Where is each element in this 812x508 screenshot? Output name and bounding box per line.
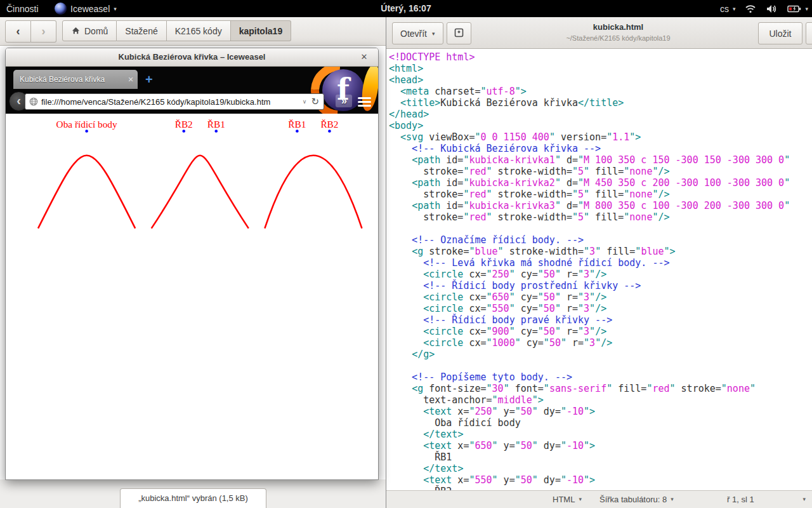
- bezier-svg: Oba řídicí bodyŘB2ŘB1ŘB1ŘB2: [6, 115, 378, 244]
- code-line[interactable]: text-anchor="middle">: [389, 394, 812, 406]
- breadcrumb-label: kapitola19: [239, 26, 282, 36]
- control-point: [182, 130, 185, 133]
- code-line[interactable]: <circle cx="250" cy="50" r="3"/>: [389, 269, 812, 280]
- code-line[interactable]: <head>: [389, 74, 812, 86]
- code-line[interactable]: <!-- Řídicí body pravé křivky -->: [389, 314, 812, 326]
- chevron-down-icon: ▾: [114, 6, 117, 12]
- forward-button[interactable]: ›: [31, 20, 56, 43]
- bezier-curve-3: [265, 156, 362, 229]
- code-line[interactable]: </g>: [389, 349, 812, 360]
- code-line[interactable]: ŘB2: [389, 486, 812, 490]
- code-line[interactable]: <!DOCTYPE html>: [389, 51, 812, 63]
- battery-icon: [787, 4, 801, 13]
- code-area[interactable]: <!DOCTYPE html><html><head> <meta charse…: [386, 49, 812, 490]
- language-label: HTML: [553, 491, 575, 508]
- code-line[interactable]: <!-- Levá křivka má shodné řídicí body. …: [389, 257, 812, 269]
- bookmarks-overflow-icon[interactable]: »: [336, 95, 352, 107]
- control-point-label: ŘB2: [175, 119, 193, 130]
- code-line[interactable]: <text x="550" y="50" dy="-10">: [389, 474, 812, 486]
- browser-page: Oba řídicí bodyŘB2ŘB1ŘB1ŘB2: [6, 114, 378, 479]
- code-line[interactable]: <text x="250" y="50" dy="-10">: [389, 406, 812, 417]
- desktop: Činnosti Iceweasel ▾ Úterý, 16:07 cs ▾: [0, 0, 812, 508]
- url-text[interactable]: file:///home/venca/Stažené/K2165 kódy/ka…: [41, 97, 300, 107]
- browser-chrome: f Kubická Beziérova křivka ✕ + ‹: [6, 67, 378, 114]
- browser-window-title: Kubická Beziérova křivka – Iceweasel: [119, 52, 266, 62]
- url-dropdown-icon[interactable]: ∨: [303, 98, 307, 105]
- browser-title-bar[interactable]: Kubická Beziérova křivka – Iceweasel ✕: [6, 48, 378, 67]
- browser-tab[interactable]: Kubická Beziérova křivka ✕: [13, 70, 138, 89]
- code-line[interactable]: <svg viewBox="0 0 1150 400" version="1.1…: [389, 131, 812, 143]
- clock-button[interactable]: Úterý, 16:07: [381, 0, 431, 17]
- control-point-label: Oba řídicí body: [56, 119, 117, 130]
- chevron-down-icon: ▾: [671, 491, 674, 508]
- code-line[interactable]: <!-- Kubická Beziérova křivka -->: [389, 143, 812, 154]
- bezier-curve-2: [152, 156, 249, 229]
- breadcrumb-item[interactable]: Stažené: [117, 20, 166, 41]
- code-line[interactable]: <circle cx="900" cy="50" r="3"/>: [389, 326, 812, 337]
- new-tab-button[interactable]: +: [145, 72, 153, 87]
- code-line[interactable]: <circle cx="550" cy="50" r="3"/>: [389, 303, 812, 314]
- menu-button-partial[interactable]: [806, 22, 812, 44]
- breadcrumb-item[interactable]: K2165 kódy: [167, 20, 231, 41]
- keyboard-layout-label: cs: [720, 4, 729, 14]
- tab-width-selector[interactable]: Šířka tabulátoru: 8 ▾: [599, 491, 674, 508]
- code-line[interactable]: stroke="red" stroke-width="5" fill="none…: [389, 211, 812, 223]
- save-button[interactable]: Uložit: [758, 22, 802, 44]
- breadcrumb-label: K2165 kódy: [175, 26, 222, 36]
- menu-icon[interactable]: [358, 97, 371, 107]
- back-button[interactable]: ‹: [5, 20, 31, 43]
- chevron-down-icon: ▾: [432, 30, 435, 37]
- code-line[interactable]: <g stroke="blue" stroke-width="3" fill="…: [389, 246, 812, 257]
- text-editor-window: Otevřít ▾ kubicka.html ~/Stažené/K2165 k…: [386, 17, 812, 508]
- code-line[interactable]: stroke="red" stroke-width="5" fill="none…: [389, 166, 812, 177]
- activities-button[interactable]: Činnosti: [6, 0, 39, 17]
- keyboard-layout-button[interactable]: cs ▾: [720, 0, 736, 17]
- breadcrumb-label: Domů: [84, 26, 108, 36]
- control-point: [85, 130, 88, 133]
- code-line[interactable]: <meta charset="utf-8">: [389, 86, 812, 97]
- url-bar[interactable]: file:///home/venca/Stažené/K2165 kódy/ka…: [25, 93, 324, 110]
- new-document-icon: [454, 27, 464, 40]
- code-line[interactable]: <!-- Řídicí body prostřední křivky -->: [389, 280, 812, 291]
- control-point: [296, 130, 299, 133]
- breadcrumb-label: Stažené: [125, 26, 157, 36]
- open-button[interactable]: Otevřít ▾: [392, 22, 443, 44]
- code-line[interactable]: </text>: [389, 463, 812, 474]
- code-line[interactable]: <body>: [389, 120, 812, 131]
- new-document-button[interactable]: [447, 22, 471, 44]
- code-line[interactable]: <!-- Popíšeme tyto body. -->: [389, 371, 812, 383]
- code-line[interactable]: <title>Kubická Beziérova křivka</title>: [389, 97, 812, 109]
- code-line[interactable]: <path id="kubicka-krivka3" d="M 800 350 …: [389, 200, 812, 211]
- code-line[interactable]: <circle cx="1000" cy="50" r="3"/>: [389, 337, 812, 349]
- chevron-down-icon: ▾: [805, 6, 808, 12]
- code-line[interactable]: <html>: [389, 63, 812, 74]
- code-line[interactable]: </head>: [389, 109, 812, 120]
- chevron-down-icon[interactable]: ▾: [802, 491, 806, 508]
- volume-icon[interactable]: [766, 4, 778, 14]
- code-line[interactable]: <!-- Označíme řídicí body. -->: [389, 234, 812, 246]
- language-selector[interactable]: HTML ▾: [553, 491, 582, 508]
- code-line[interactable]: [389, 223, 812, 234]
- tab-close-icon[interactable]: ✕: [124, 76, 138, 84]
- breadcrumb-item[interactable]: Domů: [62, 20, 117, 41]
- code-line[interactable]: <path id="kubicka-krivka2" d="M 450 350 …: [389, 177, 812, 189]
- breadcrumb: DomůStaženéK2165 kódykapitola19: [62, 20, 291, 41]
- code-line[interactable]: stroke="red" stroke-width="5" fill="none…: [389, 189, 812, 200]
- code-line[interactable]: [389, 360, 812, 371]
- bezier-curve-1: [38, 156, 135, 229]
- close-icon[interactable]: ✕: [358, 48, 370, 66]
- wifi-icon[interactable]: [745, 4, 756, 14]
- breadcrumb-item[interactable]: kapitola19: [231, 20, 291, 41]
- file-manager-toolbar: ‹ › DomůStaženéK2165 kódykapitola19: [0, 17, 386, 46]
- app-menu-button[interactable]: Iceweasel ▾: [55, 0, 117, 17]
- code-line[interactable]: <g font-size="30" font="sans-serif" fill…: [389, 383, 812, 394]
- browser-tab-label: Kubická Beziérova křivka: [13, 75, 124, 84]
- battery-button[interactable]: ▾: [787, 0, 808, 17]
- code-line[interactable]: <path id="kubicka-krivka1" d="M 100 350 …: [389, 154, 812, 166]
- code-line[interactable]: </text>: [389, 429, 812, 440]
- code-line[interactable]: Oba řídicí body: [389, 417, 812, 429]
- code-line[interactable]: <text x="650" y="50" dy="-10">: [389, 440, 812, 451]
- code-line[interactable]: ŘB1: [389, 451, 812, 463]
- code-line[interactable]: <circle cx="650" cy="50" r="3"/>: [389, 291, 812, 303]
- reload-icon[interactable]: ↻: [311, 96, 319, 107]
